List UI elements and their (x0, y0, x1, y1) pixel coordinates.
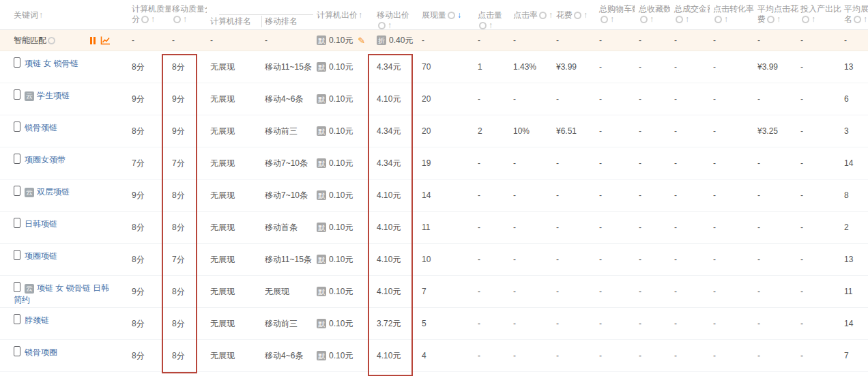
cell-impressions: 20 (418, 115, 471, 147)
sort-down-active-icon[interactable]: ↓ (457, 10, 461, 20)
help-icon[interactable] (173, 16, 181, 23)
cell-mb-rank: 移动11~15条 (261, 51, 314, 83)
pause-icon[interactable] (90, 37, 96, 44)
help-icon[interactable] (640, 16, 648, 23)
col-header-avg-cpc[interactable]: 平均点击花 费↑ (754, 0, 798, 29)
help-icon[interactable] (767, 16, 775, 23)
cell-avg-cpc: - (754, 212, 798, 243)
help-icon[interactable] (479, 22, 487, 29)
keyword-link[interactable]: 项圈项链 (25, 251, 57, 261)
cloud-tag-icon: 云 (25, 91, 34, 101)
sort-up-icon[interactable]: ↑ (358, 10, 362, 20)
cell-impressions: 4 (418, 340, 471, 371)
col-header-pc-quality-score[interactable]: 计算机质量 分↑ (130, 0, 171, 29)
cell-mb-score: 8分 (171, 276, 207, 307)
help-icon[interactable] (378, 22, 386, 29)
cell-keyword: 脖颈链 (0, 308, 130, 339)
keyword-link[interactable]: 学生项链 (37, 91, 70, 100)
col-header-clicks[interactable]: 点击量↑ (471, 0, 510, 29)
col-header-total-gmv[interactable]: 总成交金额 ↑ (670, 0, 710, 29)
sort-up-icon[interactable]: ↑ (39, 10, 43, 20)
cell-mobile-bid: 折 0.40元 (367, 30, 418, 51)
cell-cart: - (592, 180, 635, 211)
help-icon[interactable] (448, 12, 455, 19)
col-header-roi-l1: 投入产出比 (800, 4, 841, 14)
col-header-avg-cpc-l1: 平均点击花 (757, 4, 798, 14)
cell-avg-cpc: - (754, 30, 798, 51)
cell-keyword: 项圈项链 (0, 244, 130, 275)
help-icon[interactable] (714, 16, 722, 23)
sort-up-icon[interactable]: ↑ (183, 14, 187, 24)
help-icon[interactable] (854, 16, 861, 23)
col-header-total-cart[interactable]: 总购物车数 ↑ (592, 0, 635, 29)
sort-up-icon[interactable]: ↑ (489, 20, 493, 29)
sort-up-icon[interactable]: ↑ (388, 20, 392, 29)
cell-avg-rank: 13 (841, 244, 868, 275)
mobile-phone-icon (14, 314, 20, 324)
help-icon[interactable] (539, 12, 547, 19)
sort-up-icon[interactable]: ↑ (151, 14, 155, 24)
col-header-cost[interactable]: 花费↑ (553, 0, 592, 29)
keyword-link[interactable]: 锁骨项圈 (25, 347, 57, 357)
cell-pc-score: 9分 (130, 276, 171, 307)
cell-cvr: - (710, 115, 754, 147)
keyword-link[interactable]: 日韩项链 (25, 219, 57, 229)
sort-up-icon[interactable]: ↑ (811, 14, 815, 24)
keyword-link[interactable]: 双层项链 (37, 187, 70, 197)
default-bid-badge-icon: 默 (317, 35, 326, 45)
cell-cart: - (592, 30, 635, 51)
col-header-pc-bid[interactable]: 计算机出价↑ (314, 0, 367, 29)
col-header-cvr[interactable]: 点击转化率 ↑ (710, 0, 754, 29)
cell-mb-score: 8分 (171, 340, 207, 371)
col-header-keyword[interactable]: 关键词↑ (0, 0, 130, 29)
col-header-total-fav[interactable]: 总收藏数 ↑ (635, 0, 670, 29)
cell-pc-score: 8分 (130, 212, 171, 243)
cell-pc-score: 9分 (130, 83, 171, 115)
help-icon[interactable] (802, 16, 809, 23)
keyword-row: 云项链 女 锁骨链 日韩 简约9分8分无展现无展现默0.10元4.10元7---… (0, 276, 868, 308)
edit-bid-pencil-icon[interactable]: ✎ (358, 35, 365, 46)
keyword-link[interactable]: 锁骨颈链 (25, 123, 57, 132)
line-chart-icon[interactable] (100, 36, 111, 45)
cell-pc-rank: 无展现 (207, 276, 261, 307)
cell-cvr: - (710, 30, 754, 51)
help-icon[interactable] (601, 16, 608, 23)
col-header-mobile-bid[interactable]: 移动出价↑ (367, 0, 418, 29)
cell-cost: - (553, 212, 592, 243)
cell-impressions: 70 (418, 51, 471, 83)
sort-up-icon[interactable]: ↑ (863, 14, 867, 24)
cell-impressions: 11 (418, 212, 471, 243)
cell-fav: - (635, 244, 670, 275)
col-header-total-fav-l1: 总收藏数 (639, 4, 670, 14)
col-header-avg-display-rank[interactable]: 平均展现排 名↑ (841, 0, 868, 29)
help-icon[interactable] (48, 37, 55, 44)
col-header-roi[interactable]: 投入产出比 ↑ (798, 0, 841, 29)
cell-pc-score: 8分 (130, 340, 171, 371)
cell-pc-rank: 无展现 (207, 308, 261, 339)
sort-up-icon[interactable]: ↑ (777, 14, 781, 24)
keyword-row: 项圈女颈带7分7分无展现移动7~10条默0.10元4.34元19--------… (0, 147, 868, 180)
cell-mb-score: 8分 (171, 308, 207, 339)
sort-up-icon[interactable]: ↑ (583, 10, 588, 20)
keyword-link[interactable]: 项圈女颈带 (25, 155, 66, 165)
cell-pc-rank: 无展现 (207, 180, 261, 211)
sort-up-icon[interactable]: ↑ (650, 14, 654, 24)
col-header-mobile-quality-score[interactable]: 移动质量分 ↑ (171, 0, 207, 29)
col-header-impressions[interactable]: 展现量↓ (418, 0, 471, 29)
sort-up-icon[interactable]: ↑ (685, 14, 689, 24)
cell-fav: - (635, 115, 670, 147)
col-header-impressions-label: 展现量 (422, 10, 446, 20)
col-header-pc-quality-score-l1: 计算机质量 (132, 4, 171, 14)
help-icon[interactable] (574, 12, 581, 19)
keyword-row: 日韩项链8分8分无展现移动首条默0.10元4.10元11---------2 (0, 212, 868, 244)
cell-pc-rank: - (207, 30, 261, 51)
col-header-pc-quality-score-l2: 分 (132, 14, 140, 24)
col-header-ctr[interactable]: 点击率↑ (510, 0, 553, 29)
keyword-link[interactable]: 项链 女 锁骨链 (25, 59, 78, 68)
cell-impressions: 7 (418, 276, 471, 307)
help-icon[interactable] (141, 16, 149, 23)
sort-up-icon[interactable]: ↑ (610, 14, 614, 24)
help-icon[interactable] (676, 16, 683, 23)
sort-up-icon[interactable]: ↑ (724, 14, 728, 24)
keyword-link[interactable]: 脖颈链 (25, 315, 49, 325)
